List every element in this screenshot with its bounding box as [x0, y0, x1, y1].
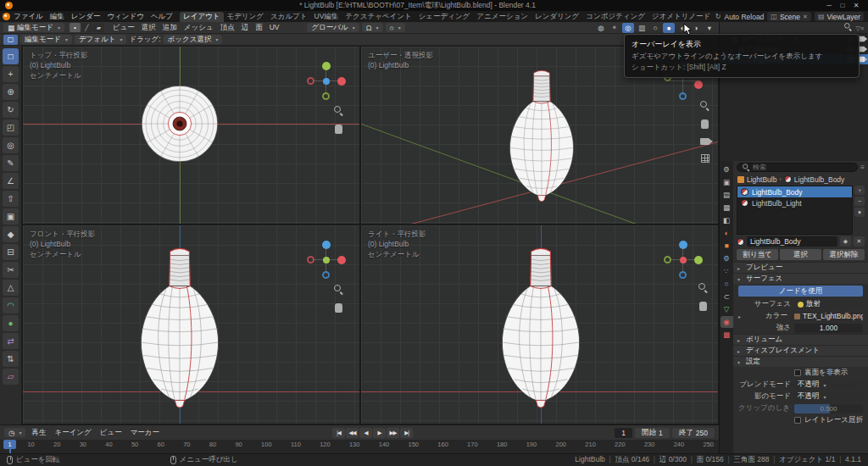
shadow-mode-dropdown[interactable]: 不透明: [794, 392, 863, 402]
blender-menu-icon[interactable]: [3, 13, 10, 20]
snap-dropdown[interactable]: Ω: [362, 23, 383, 32]
workspace-tab-uv-editing[interactable]: UV編集: [311, 12, 342, 22]
raytrace-checkbox[interactable]: [794, 417, 801, 424]
material-slot-light[interactable]: LightBulb_Light: [737, 197, 852, 208]
window-control-maximize[interactable]: □: [836, 2, 849, 9]
header-icon-shading-solid[interactable]: ●: [663, 23, 675, 33]
proportional-dropdown[interactable]: ○: [386, 23, 405, 32]
properties-tab-object[interactable]: ■: [721, 240, 733, 252]
bulb-mesh-right-view[interactable]: [492, 244, 589, 410]
viewport-menu-edge[interactable]: 辺: [238, 23, 253, 33]
search-input[interactable]: [753, 164, 853, 171]
header-icon-shading-wireframe[interactable]: ○: [649, 23, 661, 33]
panel-preview[interactable]: ▸ プレビュー: [733, 262, 868, 273]
timeline-menu-keying[interactable]: キーイング: [50, 428, 95, 438]
timeline-ruler[interactable]: 0102030405060708090100110120130140150160…: [0, 440, 719, 453]
axis-x-neg-dot[interactable]: [307, 256, 314, 264]
axis-y-dot[interactable]: [694, 256, 703, 264]
axis-y-dot[interactable]: [322, 62, 331, 70]
tool-knife[interactable]: ✂: [3, 262, 19, 278]
tool-spin[interactable]: ◠: [3, 297, 19, 313]
breadcrumb-material[interactable]: LightBulb_Body: [794, 175, 845, 184]
workspace-tab-layout[interactable]: レイアウト: [180, 12, 224, 22]
properties-tab-view-layer[interactable]: ▦: [721, 202, 733, 214]
title-bar[interactable]: * LightBulb [E:\HTML\BOOTH\07_Item\電球\Li…: [0, 0, 868, 11]
panel-volume[interactable]: ▸ ボリューム: [733, 334, 868, 345]
orientation-dropdown[interactable]: グローバル: [307, 23, 359, 32]
axis-y-neg-dot[interactable]: [664, 256, 671, 264]
axis-x-dot[interactable]: [337, 256, 346, 264]
select-button[interactable]: 選択: [780, 249, 821, 260]
tool-rotate[interactable]: ↻: [3, 102, 19, 118]
properties-tab-object-data[interactable]: ▽: [721, 303, 733, 315]
unlink-material-icon[interactable]: ✕: [854, 236, 865, 247]
current-frame-field[interactable]: 1: [615, 428, 632, 438]
header-icon-overlays-toggle[interactable]: ◎: [622, 23, 634, 33]
transport-prev-keyframe[interactable]: ◀◀: [346, 428, 359, 438]
pan-hand-icon[interactable]: [699, 302, 707, 313]
workspace-tab-rendering[interactable]: レンダリング: [531, 12, 582, 22]
tool-annotate[interactable]: ✎: [3, 155, 19, 171]
tool-mode-dropdown[interactable]: 編集モード: [20, 35, 72, 44]
tool-cursor[interactable]: +: [3, 66, 19, 82]
navigation-gizmo[interactable]: [664, 241, 703, 280]
scene-unlink-icon[interactable]: ✕: [803, 14, 808, 20]
header-icon-shading-dropdown[interactable]: ▾: [704, 23, 715, 33]
workspace-tab-texture-paint[interactable]: テクスチャペイント: [342, 12, 415, 22]
pan-hand-icon[interactable]: [335, 303, 342, 314]
tool-inset-faces[interactable]: ▣: [3, 208, 19, 225]
axis-z-dot[interactable]: [322, 241, 331, 249]
navigation-gizmo[interactable]: [307, 62, 346, 101]
tool-transform[interactable]: ◎: [3, 137, 19, 153]
viewport-menu-view[interactable]: ビュー: [109, 23, 138, 33]
axis-z-neg-dot[interactable]: [679, 92, 687, 100]
tool-shrink-fatten[interactable]: ⇅: [3, 351, 19, 367]
header-icon-gizmos-toggle[interactable]: ⌖: [609, 23, 620, 33]
viewport-menu-face[interactable]: 面: [252, 23, 266, 33]
axis-x-dot[interactable]: [337, 77, 346, 86]
select-mode-face-select[interactable]: ▰: [93, 23, 104, 32]
workspace-tab-sculpting[interactable]: スカルプト: [267, 12, 311, 22]
material-slot-list[interactable]: LightBulb_Body LightBulb_Light: [737, 186, 853, 235]
color-texture-field[interactable]: TEX_LightBulb.png ✕: [791, 312, 863, 321]
tool-box-select[interactable]: □: [3, 48, 19, 64]
viewport-top[interactable]: トップ・平行投影 (0) LightBulb センチメートル: [22, 46, 360, 225]
properties-search-field[interactable]: [737, 163, 858, 172]
deselect-button[interactable]: 選択解除: [823, 249, 865, 260]
timeline-menu-playback[interactable]: 再生: [27, 428, 50, 438]
properties-tab-constraints[interactable]: ⊂: [721, 291, 733, 302]
viewport-menu-vertex[interactable]: 頂点: [217, 23, 238, 33]
clip-threshold-slider[interactable]: 0.500: [794, 404, 863, 413]
viewlayer-selector[interactable]: ▤ ViewLayer: [815, 12, 864, 21]
reload-icon[interactable]: ↻: [715, 13, 721, 20]
pan-hand-icon[interactable]: [701, 119, 709, 130]
properties-tab-scene[interactable]: ◧: [721, 214, 733, 226]
viewport-menu-mesh[interactable]: メッシュ: [181, 23, 217, 33]
panel-surface[interactable]: ▾ サーフェス: [733, 273, 868, 284]
properties-tab-physics[interactable]: ○: [721, 278, 733, 290]
tool-preset-dropdown[interactable]: デフォルト: [75, 35, 127, 44]
zoom-icon[interactable]: [698, 283, 708, 294]
frame-end-field[interactable]: 終了250: [672, 428, 715, 438]
outliner-header-icon-options-icon[interactable]: ≡: [860, 25, 864, 31]
navigation-gizmo[interactable]: [307, 241, 346, 280]
viewport-right[interactable]: ライト・平行投影 (0) LightBulb センチメートル: [360, 225, 719, 424]
menu-render[interactable]: レンダー: [68, 12, 104, 22]
select-mode-vertex-select[interactable]: •: [70, 23, 81, 32]
properties-tab-output[interactable]: ▤: [721, 189, 733, 201]
properties-tab-tool[interactable]: ⚙: [721, 164, 733, 175]
axis-y-dot[interactable]: [323, 257, 330, 264]
tool-measure[interactable]: ∠: [3, 173, 19, 189]
axis-y-neg-dot[interactable]: [322, 92, 330, 100]
tool-bevel[interactable]: ◆: [3, 226, 19, 242]
frame-start-field[interactable]: 開始1: [635, 428, 670, 438]
transport-play[interactable]: ▶: [373, 428, 386, 438]
axis-z-dot[interactable]: [679, 241, 687, 249]
zoom-icon[interactable]: [334, 285, 343, 296]
timeline-menu-view[interactable]: ビュー: [96, 428, 126, 438]
use-nodes-button[interactable]: ノードを使用: [738, 286, 863, 297]
auto-reload-label[interactable]: Auto Reload: [725, 13, 765, 21]
tool-move[interactable]: ⊕: [3, 84, 19, 100]
workspace-tab-compositing[interactable]: コンポジティング: [582, 12, 648, 22]
menu-window[interactable]: ウィンドウ: [103, 12, 147, 22]
